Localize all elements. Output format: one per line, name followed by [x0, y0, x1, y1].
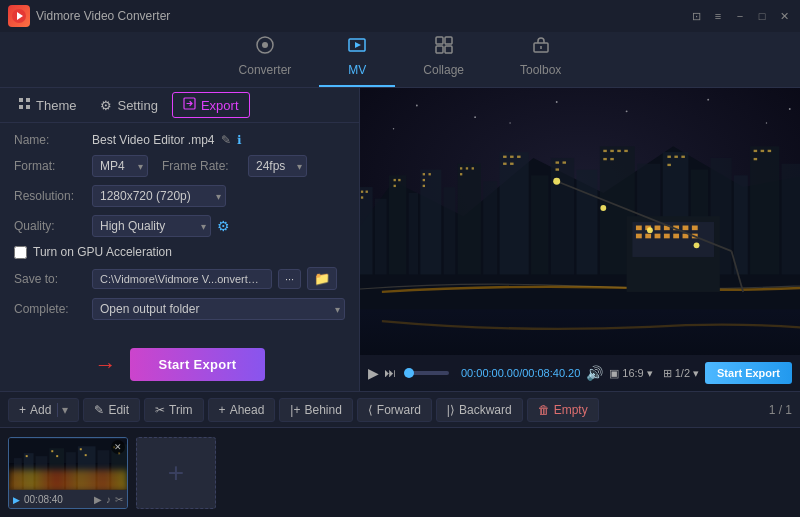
empty-btn[interactable]: 🗑 Empty: [527, 398, 599, 422]
svg-rect-83: [655, 226, 661, 231]
ahead-label: Ahead: [230, 403, 265, 417]
timeline-clip-1[interactable]: ▶ 00:08:40 ▶ ♪ ✂ ✕: [8, 437, 128, 509]
titlebar-left: Vidmore Video Converter: [8, 5, 170, 27]
svg-rect-76: [754, 158, 757, 160]
svg-rect-90: [655, 234, 661, 239]
format-row: Format: MP4 MKV AVI Frame Rate: 24fps 30…: [14, 155, 345, 177]
behind-label: Behind: [304, 403, 341, 417]
clip-type-icon: ▶: [13, 495, 20, 505]
tab-mv[interactable]: MV: [319, 29, 395, 87]
svg-rect-53: [472, 167, 474, 169]
framerate-select[interactable]: 24fps 30fps 60fps: [248, 155, 307, 177]
toolbar-left: + Add ▾ ✎ Edit ✂ Trim + Ahead |+ Behind …: [8, 398, 599, 422]
chat-icon-btn[interactable]: ⊡: [688, 8, 704, 24]
svg-rect-81: [636, 226, 642, 231]
svg-rect-58: [503, 163, 506, 165]
svg-rect-6: [436, 37, 443, 44]
trim-btn[interactable]: ✂ Trim: [144, 398, 204, 422]
theme-label: Theme: [36, 98, 76, 113]
start-export-button[interactable]: Start Export: [130, 348, 264, 381]
add-label: Add: [30, 403, 51, 417]
svg-rect-22: [389, 175, 406, 274]
play-btn[interactable]: ▶: [368, 365, 379, 381]
svg-rect-25: [444, 187, 456, 274]
svg-rect-27: [483, 181, 497, 274]
svg-rect-73: [754, 150, 757, 152]
app-title: Vidmore Video Converter: [36, 9, 170, 23]
svg-point-110: [766, 122, 767, 123]
edit-btn[interactable]: ✎ Edit: [83, 398, 140, 422]
svg-rect-123: [56, 455, 58, 457]
svg-rect-75: [768, 150, 771, 152]
maximize-btn[interactable]: □: [754, 8, 770, 24]
svg-rect-38: [750, 146, 779, 274]
svg-rect-71: [681, 156, 684, 158]
close-btn[interactable]: ✕: [776, 8, 792, 24]
resolution-select[interactable]: 1280x720 (720p) 1920x1080 (1080p): [92, 185, 226, 207]
trim-label: Trim: [169, 403, 193, 417]
resolution-select-ctrl[interactable]: ⊞ 1/2 ▾: [663, 367, 699, 380]
gpu-checkbox[interactable]: [14, 246, 27, 259]
tab-collage[interactable]: Collage: [395, 29, 492, 87]
volume-btn[interactable]: 🔊: [586, 365, 603, 381]
clip-scissors-icon[interactable]: ✂: [115, 494, 123, 505]
info-icon[interactable]: ℹ: [237, 133, 242, 147]
skip-btn[interactable]: ⏭: [384, 366, 396, 380]
svg-rect-23: [409, 193, 418, 275]
forward-btn[interactable]: ⟨ Forward: [357, 398, 432, 422]
trim-icon: ✂: [155, 403, 165, 417]
ahead-icon: +: [219, 403, 226, 417]
complete-select-wrapper: Open output folder Do nothing: [92, 298, 345, 320]
theme-btn[interactable]: Theme: [8, 93, 86, 117]
svg-rect-29: [531, 175, 548, 274]
behind-btn[interactable]: |+ Behind: [279, 398, 353, 422]
theme-icon: [18, 97, 31, 113]
clip-music-icon[interactable]: ♪: [106, 494, 111, 505]
minimize-btn[interactable]: −: [732, 8, 748, 24]
tab-toolbox-label: Toolbox: [520, 63, 561, 77]
tab-mv-label: MV: [348, 63, 366, 77]
add-dropdown-icon[interactable]: ▾: [57, 403, 72, 417]
svg-point-109: [509, 122, 510, 123]
progress-bar[interactable]: [408, 371, 449, 375]
path-dots-btn[interactable]: ···: [278, 269, 301, 289]
svg-rect-114: [24, 453, 34, 489]
empty-label: Empty: [554, 403, 588, 417]
svg-rect-49: [423, 179, 425, 181]
svg-rect-43: [361, 196, 363, 198]
quality-select[interactable]: High Quality Standard Quality: [92, 215, 211, 237]
complete-select[interactable]: Open output folder Do nothing: [92, 298, 345, 320]
backward-btn[interactable]: |⟩ Backward: [436, 398, 523, 422]
toolbox-icon: [531, 35, 551, 60]
export-btn-nav[interactable]: Export: [172, 92, 250, 118]
svg-rect-89: [645, 234, 651, 239]
save-path-display: C:\Vidmore\Vidmore V...onverter\MV Expor…: [92, 269, 272, 289]
setting-btn[interactable]: ⚙ Setting: [90, 94, 167, 117]
svg-point-3: [262, 42, 268, 48]
tab-toolbox[interactable]: Toolbox: [492, 29, 589, 87]
quality-gear-icon[interactable]: ⚙: [217, 218, 230, 234]
edit-icon[interactable]: ✎: [221, 133, 231, 147]
clip-close-btn-1[interactable]: ✕: [111, 440, 125, 454]
aspect-ratio-select[interactable]: ▣ 16:9 ▾: [609, 367, 652, 380]
export-icon: [183, 97, 196, 113]
svg-rect-15: [26, 105, 30, 109]
add-btn[interactable]: + Add ▾: [8, 398, 79, 422]
svg-marker-5: [355, 42, 361, 48]
export-form: Name: Best Video Editor .mp4 ✎ ℹ Format:…: [0, 123, 359, 330]
menu-icon-btn[interactable]: ≡: [710, 8, 726, 24]
clip-play-icon[interactable]: ▶: [94, 494, 102, 505]
export-action-area: → Start Export: [0, 330, 359, 391]
folder-icon-btn[interactable]: 📁: [307, 267, 337, 290]
add-clip-btn[interactable]: +: [136, 437, 216, 509]
gpu-row: Turn on GPU Acceleration: [14, 245, 345, 259]
tab-converter[interactable]: Converter: [211, 29, 320, 87]
start-export-small-btn[interactable]: Start Export: [705, 362, 792, 384]
format-select[interactable]: MP4 MKV AVI: [92, 155, 148, 177]
svg-point-98: [600, 205, 606, 211]
svg-point-105: [626, 110, 628, 112]
ahead-btn[interactable]: + Ahead: [208, 398, 276, 422]
svg-rect-113: [14, 458, 22, 489]
svg-rect-121: [26, 455, 28, 457]
svg-rect-92: [673, 234, 679, 239]
